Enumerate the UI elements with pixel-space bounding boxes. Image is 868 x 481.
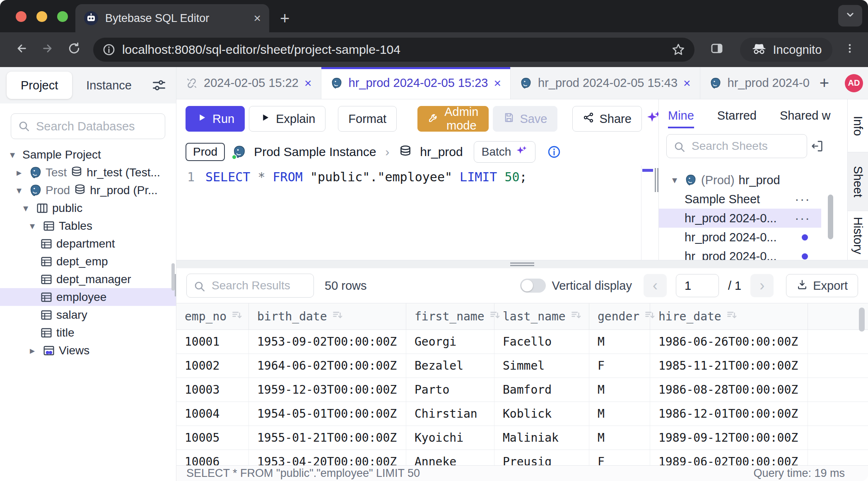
- cell-hire-date[interactable]: 1986-12-01T00:00:00Z: [650, 402, 808, 426]
- browser-tab[interactable]: Bytebase SQL Editor ×: [75, 4, 269, 32]
- address-bar[interactable]: localhost:8080/sql-editor/sheet/project-…: [93, 38, 694, 62]
- collapse-panel-button[interactable]: [810, 139, 824, 153]
- caret-right-icon[interactable]: ▸: [26, 345, 39, 356]
- column-header-last-name[interactable]: last_name: [494, 303, 589, 329]
- cell-gender[interactable]: M: [589, 402, 650, 426]
- cell-first-name[interactable]: Kyoichi: [406, 426, 494, 450]
- tree-item-hr-test-test[interactable]: ▸Testhr_test (Test...: [0, 164, 176, 181]
- cell-emp-no[interactable]: 10005: [176, 426, 249, 450]
- panel-resize-handle[interactable]: [655, 168, 658, 192]
- cell-first-name[interactable]: Parto: [406, 378, 494, 402]
- sql-code-editor[interactable]: 1 SELECT * FROM "public"."employee" LIMI…: [176, 166, 658, 260]
- close-icon[interactable]: ×: [683, 77, 691, 89]
- tree-item-hr-prod-pr[interactable]: ▾Prodhr_prod (Pr...: [0, 181, 176, 199]
- table-row[interactable]: 100011953-09-02T00:00:00ZGeorgiFacelloM1…: [176, 330, 868, 354]
- sort-icon[interactable]: [726, 310, 737, 323]
- sheet-item-selected[interactable]: hr_prod 2024-0... ···: [659, 209, 821, 228]
- forward-button[interactable]: [36, 38, 60, 61]
- table-row[interactable]: 100061953-04-20T00:00:00ZAnnekePreusigF1…: [176, 450, 868, 465]
- site-info-icon[interactable]: [102, 43, 116, 56]
- cell-gender[interactable]: F: [589, 450, 650, 465]
- page-number-input[interactable]: [676, 279, 719, 293]
- cell-last-name[interactable]: Bamford: [494, 378, 589, 402]
- close-tab-icon[interactable]: ×: [253, 12, 261, 24]
- sheet-item[interactable]: hr_prod 2024-0...: [659, 247, 821, 260]
- horizontal-splitter[interactable]: [176, 260, 868, 268]
- tree-item-title[interactable]: title: [0, 324, 176, 342]
- cell-birth-date[interactable]: 1959-12-03T00:00:00Z: [249, 378, 406, 402]
- cell-hire-date[interactable]: 1989-06-02T00:00:00Z: [650, 450, 808, 465]
- column-header-hire-date[interactable]: hire_date: [650, 303, 808, 329]
- back-button[interactable]: [10, 38, 33, 61]
- export-button[interactable]: Export: [786, 274, 858, 297]
- cell-last-name[interactable]: Maliniak: [494, 426, 589, 450]
- vertical-display-toggle[interactable]: [520, 279, 546, 293]
- tree-item-views[interactable]: ▸Views: [0, 342, 176, 359]
- splitter-grip[interactable]: [510, 262, 534, 266]
- tab-sheet[interactable]: Sheet: [848, 152, 868, 211]
- cell-first-name[interactable]: Anneke: [406, 450, 494, 465]
- cell-birth-date[interactable]: 1954-05-01T00:00:00Z: [249, 402, 406, 426]
- user-avatar[interactable]: AD: [845, 74, 863, 92]
- save-button[interactable]: Save: [493, 106, 557, 132]
- tab-mine[interactable]: Mine: [668, 99, 694, 132]
- cell-gender[interactable]: M: [589, 426, 650, 450]
- sheet-item[interactable]: hr_prod 2024-0...: [659, 228, 821, 247]
- cell-gender[interactable]: M: [589, 378, 650, 402]
- cell-last-name[interactable]: Preusig: [494, 450, 589, 465]
- cell-first-name[interactable]: Chirstian: [406, 402, 494, 426]
- tree-item-salary[interactable]: salary: [0, 306, 176, 324]
- caret-down-icon[interactable]: ▾: [12, 185, 26, 196]
- database-name[interactable]: hr_prod: [420, 145, 463, 159]
- tree-item-department[interactable]: department: [0, 235, 176, 253]
- sidebar-scrollbar[interactable]: [171, 263, 175, 291]
- cell-emp-no[interactable]: 10004: [176, 402, 249, 426]
- cell-gender[interactable]: F: [589, 354, 650, 378]
- sheet-group-hr-prod[interactable]: ▾ (Prod) hr_prod: [659, 171, 847, 190]
- format-button[interactable]: Format: [338, 106, 397, 132]
- cell-birth-date[interactable]: 1953-04-20T00:00:00Z: [249, 450, 406, 465]
- caret-down-icon[interactable]: ▾: [19, 202, 32, 214]
- filter-settings-button[interactable]: [151, 78, 167, 93]
- bookmark-star-icon[interactable]: [671, 43, 685, 57]
- caret-down-icon[interactable]: ▾: [669, 174, 680, 186]
- close-window-button[interactable]: [16, 11, 27, 22]
- close-icon[interactable]: ×: [304, 77, 312, 89]
- cell-hire-date[interactable]: 1989-09-12T00:00:00Z: [650, 426, 808, 450]
- column-header-emp-no[interactable]: emp_no: [176, 303, 249, 329]
- zoom-window-button[interactable]: [57, 11, 68, 22]
- sort-icon[interactable]: [231, 310, 242, 323]
- tab-instance[interactable]: Instance: [72, 72, 146, 99]
- instance-name[interactable]: Prod Sample Instance: [254, 145, 376, 159]
- editor-tab-1[interactable]: 2024-02-05 15:22 ×: [176, 67, 321, 99]
- search-sheets-input[interactable]: [666, 134, 807, 158]
- cell-emp-no[interactable]: 10003: [176, 378, 249, 402]
- tree-item-sample-project[interactable]: ▾Sample Project: [0, 146, 176, 164]
- tree-item-dept-manager[interactable]: dept_manager: [0, 270, 176, 288]
- tree-item-tables[interactable]: ▾Tables: [0, 217, 176, 235]
- browser-menu-button[interactable]: [841, 38, 858, 61]
- more-menu-icon[interactable]: ···: [795, 211, 821, 226]
- more-menu-icon[interactable]: ···: [795, 192, 821, 207]
- table-scrollbar[interactable]: [859, 308, 865, 332]
- add-sheet-button[interactable]: +: [811, 67, 838, 99]
- table-row[interactable]: 100051955-01-21T00:00:00ZKyoichiMaliniak…: [176, 426, 868, 450]
- cell-hire-date[interactable]: 1986-08-28T00:00:00Z: [650, 378, 808, 402]
- editor-tab-4[interactable]: hr_prod 2024-0: [700, 67, 811, 99]
- caret-down-icon[interactable]: ▾: [6, 149, 19, 161]
- cell-first-name[interactable]: Georgi: [406, 330, 494, 354]
- table-row[interactable]: 100021964-06-02T00:00:00ZBezalelSimmelF1…: [176, 354, 868, 378]
- column-header-first-name[interactable]: first_name: [406, 303, 494, 329]
- cell-birth-date[interactable]: 1964-06-02T00:00:00Z: [249, 354, 406, 378]
- tab-history[interactable]: History: [848, 211, 868, 260]
- cell-last-name[interactable]: Koblick: [494, 402, 589, 426]
- cell-hire-date[interactable]: 1986-06-26T00:00:00Z: [650, 330, 808, 354]
- tab-info[interactable]: Info: [848, 99, 868, 152]
- sort-icon[interactable]: [571, 310, 581, 323]
- tab-starred[interactable]: Starred: [717, 99, 757, 132]
- sheet-item[interactable]: Sample Sheet ···: [659, 190, 821, 209]
- caret-right-icon[interactable]: ▸: [12, 167, 26, 178]
- cell-last-name[interactable]: Simmel: [494, 354, 589, 378]
- editor-tab-3[interactable]: hr_prod 2024-02-05 15:43 ×: [511, 67, 700, 99]
- tab-shared[interactable]: Shared w: [780, 99, 831, 132]
